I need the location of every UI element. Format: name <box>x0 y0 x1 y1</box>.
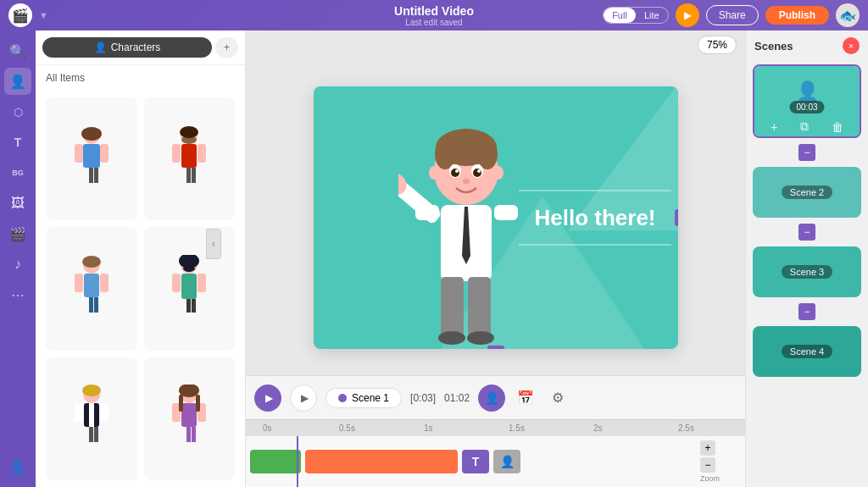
character-5[interactable] <box>46 357 137 480</box>
track-text[interactable]: T <box>462 450 489 473</box>
scene-3-label: Scene 3 <box>782 265 832 279</box>
sidebar-video-button[interactable]: 🎬 <box>4 220 31 247</box>
timeline-calendar-icon[interactable]: 📅 <box>514 386 537 410</box>
app-logo[interactable]: 🎬 <box>8 3 32 27</box>
scene-divider-1: − <box>748 144 865 161</box>
all-items-label: All Items <box>36 65 245 91</box>
scene-thumb-4: Scene 4 <box>753 326 861 377</box>
scene-1-copy-button[interactable]: ⧉ <box>800 119 809 134</box>
character-2[interactable] <box>144 97 236 220</box>
svg-rect-26 <box>192 299 196 313</box>
scene-1-add-button[interactable]: + <box>771 120 777 134</box>
sidebar-image-button[interactable]: 🖼 <box>4 190 31 217</box>
scene-hello-text[interactable]: Hello there! <box>519 204 671 230</box>
share-button[interactable]: Share <box>706 5 759 25</box>
svg-rect-10 <box>181 144 197 168</box>
panel-collapse-button[interactable]: ‹ <box>206 229 221 259</box>
video-title[interactable]: Untitled Video <box>394 4 474 18</box>
scene-divider-3: − <box>748 303 865 320</box>
svg-point-64 <box>455 169 459 173</box>
zoom-selector[interactable]: 75% <box>698 36 737 54</box>
add-scene-button-3[interactable]: − <box>798 303 815 320</box>
sidebar-music-button[interactable]: ♪ <box>4 251 31 278</box>
svg-point-66 <box>463 179 470 184</box>
sidebar-bottom-avatar[interactable]: 👤 <box>4 453 31 480</box>
svg-rect-50 <box>441 277 464 336</box>
ruler-mark-2-5: 2.5s <box>678 423 694 433</box>
scene-play-icon: ▶ <box>301 392 309 404</box>
logo-icon: 🎬 <box>12 8 29 24</box>
scene-1-delete-button[interactable]: 🗑 <box>832 120 843 134</box>
resize-handle-right[interactable] <box>675 209 678 226</box>
zoom-out-button[interactable]: − <box>700 457 715 473</box>
scene-pill[interactable]: Scene 1 <box>326 388 402 408</box>
svg-point-65 <box>477 169 481 173</box>
lite-view-button[interactable]: Lite <box>636 8 668 23</box>
character-6[interactable] <box>144 357 236 480</box>
icon-bar: 🔍 👤 ⬡ T BG 🖼 🎬 ♪ ⋯ 👤 <box>0 30 36 487</box>
track-green[interactable] <box>250 450 301 473</box>
user-avatar[interactable]: 🐟 <box>836 3 860 27</box>
sidebar-background-button[interactable]: BG <box>4 159 31 186</box>
time-current: [0:03] <box>410 392 436 404</box>
svg-rect-5 <box>75 144 83 163</box>
scene-card-3[interactable]: Scene 3 <box>753 246 861 297</box>
svg-rect-40 <box>181 403 197 427</box>
search-icon: 🔍 <box>9 43 26 59</box>
full-view-button[interactable]: Full <box>604 8 636 23</box>
svg-rect-51 <box>468 277 491 336</box>
preview-play-button[interactable]: ▶ <box>676 3 699 27</box>
background-icon: BG <box>12 169 24 177</box>
character-3[interactable] <box>46 227 137 350</box>
scene-card-4[interactable]: Scene 4 <box>753 326 861 377</box>
canvas-viewport[interactable]: Hello there! <box>246 59 745 375</box>
scene-thumb-1: 👤 00:03 <box>754 66 860 117</box>
svg-rect-4 <box>94 168 98 183</box>
character-2-image <box>168 125 210 193</box>
sidebar-search-button[interactable]: 🔍 <box>4 37 31 64</box>
scene-canvas[interactable]: Hello there! <box>314 86 678 349</box>
svg-point-22 <box>82 256 101 268</box>
add-character-tab[interactable]: + <box>215 37 238 58</box>
add-scene-button-2[interactable]: − <box>798 224 815 241</box>
canvas-area: 75% <box>246 30 745 487</box>
scene-thumb-3: Scene 3 <box>753 246 861 297</box>
sidebar-more-button[interactable]: ⋯ <box>4 281 31 308</box>
scene-card-1[interactable]: 👤 00:03 + ⧉ 🗑 <box>753 64 861 138</box>
sidebar-shapes-button[interactable]: ⬡ <box>4 98 31 125</box>
svg-rect-37 <box>100 403 108 422</box>
track-person[interactable]: 👤 <box>493 450 520 473</box>
scene-text-box[interactable]: Hello there! <box>493 173 678 262</box>
char-tab-icon: 👤 <box>94 42 107 53</box>
track-person-icon: 👤 <box>500 455 515 468</box>
svg-point-62 <box>451 169 459 177</box>
resize-handle-bottom[interactable] <box>487 346 504 349</box>
scene-play-button[interactable]: ▶ <box>290 385 317 412</box>
timeline-play-button[interactable]: ▶ <box>254 385 281 412</box>
scene1-thumb-icon: 👤 <box>796 80 819 102</box>
avatar-bottom-icon: 👤 <box>9 459 26 475</box>
scene-divider-2: − <box>748 224 865 241</box>
characters-tab[interactable]: 👤 Characters <box>42 37 212 58</box>
timeline-cursor[interactable] <box>297 436 298 487</box>
svg-rect-14 <box>198 144 206 163</box>
svg-rect-27 <box>172 274 181 292</box>
publish-button[interactable]: Publish <box>765 6 829 25</box>
zoom-in-button[interactable]: + <box>700 440 715 456</box>
sidebar-text-button[interactable]: T <box>4 129 31 156</box>
settings-icon: ⚙ <box>552 390 564 406</box>
sidebar-characters-button[interactable]: 👤 <box>4 68 31 95</box>
zoom-controls: + − Zoom <box>700 440 720 483</box>
scenes-close-button[interactable]: × <box>843 37 860 54</box>
track-orange[interactable] <box>305 450 458 473</box>
scene-pill-label: Scene 1 <box>352 392 389 404</box>
timeline-settings-icon[interactable]: ⚙ <box>546 386 570 410</box>
topbar: 🎬 ▼ Untitled Video Last edit saved Full … <box>0 0 868 30</box>
svg-point-15 <box>180 126 198 138</box>
view-toggle: Full Lite <box>603 7 668 24</box>
add-scene-button-1[interactable]: − <box>798 144 815 161</box>
scene-card-2[interactable]: Scene 2 <box>753 167 861 218</box>
character-1[interactable] <box>46 97 137 220</box>
timeline-avatar[interactable]: 👤 <box>478 385 505 412</box>
ruler-mark-0: 0s <box>263 423 272 433</box>
